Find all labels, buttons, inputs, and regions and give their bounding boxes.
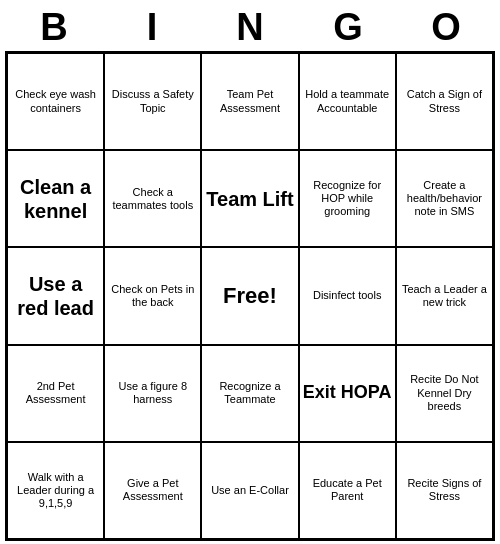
bingo-cell-18[interactable]: Exit HOPA	[299, 345, 396, 442]
bingo-cell-12[interactable]: Free!	[201, 247, 298, 344]
bingo-cell-14[interactable]: Teach a Leader a new trick	[396, 247, 493, 344]
bingo-cell-20[interactable]: Walk with a Leader during a 9,1,5,9	[7, 442, 104, 539]
bingo-cell-9[interactable]: Create a health/behavior note in SMS	[396, 150, 493, 247]
bingo-title: B I N G O	[5, 0, 495, 51]
bingo-cell-23[interactable]: Educate a Pet Parent	[299, 442, 396, 539]
bingo-cell-15[interactable]: 2nd Pet Assessment	[7, 345, 104, 442]
bingo-cell-2[interactable]: Team Pet Assessment	[201, 53, 298, 150]
bingo-cell-21[interactable]: Give a Pet Assessment	[104, 442, 201, 539]
bingo-cell-22[interactable]: Use an E-Collar	[201, 442, 298, 539]
bingo-cell-13[interactable]: Disinfect tools	[299, 247, 396, 344]
letter-i: I	[112, 6, 192, 49]
letter-o: O	[406, 6, 486, 49]
letter-n: N	[210, 6, 290, 49]
bingo-cell-1[interactable]: Discuss a Safety Topic	[104, 53, 201, 150]
bingo-cell-6[interactable]: Check a teammates tools	[104, 150, 201, 247]
bingo-cell-0[interactable]: Check eye wash containers	[7, 53, 104, 150]
bingo-cell-4[interactable]: Catch a Sign of Stress	[396, 53, 493, 150]
bingo-cell-17[interactable]: Recognize a Teammate	[201, 345, 298, 442]
bingo-cell-5[interactable]: Clean a kennel	[7, 150, 104, 247]
bingo-cell-11[interactable]: Check on Pets in the back	[104, 247, 201, 344]
bingo-cell-10[interactable]: Use a red lead	[7, 247, 104, 344]
bingo-cell-19[interactable]: Recite Do Not Kennel Dry breeds	[396, 345, 493, 442]
letter-b: B	[14, 6, 94, 49]
bingo-cell-7[interactable]: Team Lift	[201, 150, 298, 247]
letter-g: G	[308, 6, 388, 49]
bingo-grid: Check eye wash containersDiscuss a Safet…	[5, 51, 495, 541]
bingo-cell-16[interactable]: Use a figure 8 harness	[104, 345, 201, 442]
bingo-cell-24[interactable]: Recite Signs of Stress	[396, 442, 493, 539]
bingo-cell-8[interactable]: Recognize for HOP while grooming	[299, 150, 396, 247]
bingo-cell-3[interactable]: Hold a teammate Accountable	[299, 53, 396, 150]
